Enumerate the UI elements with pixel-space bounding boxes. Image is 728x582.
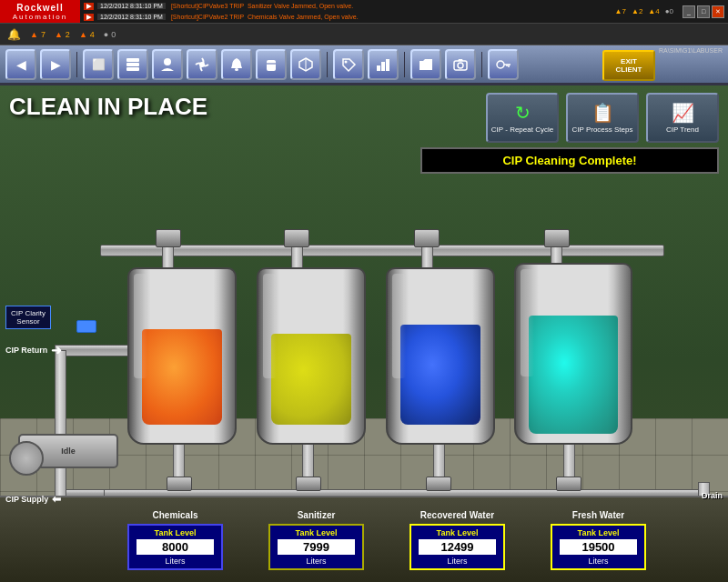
camera-icon: [452, 56, 469, 73]
tank-fresh-water: [514, 263, 632, 445]
folder-icon: [418, 56, 434, 73]
recovered-level-label: Tank Level: [419, 528, 496, 537]
pipe-bottom-tank3: [433, 443, 445, 479]
nav-tag-btn[interactable]: [333, 49, 364, 80]
valve-bottom-tank3: [426, 477, 451, 491]
fresh-level-value: 19500: [560, 539, 637, 555]
drain-label: Drain: [702, 491, 723, 500]
svg-rect-5: [235, 68, 238, 71]
fresh-tank-name: Fresh Water: [572, 510, 624, 520]
tank-sanitizer-liquid: [271, 334, 351, 425]
warning-icon: ▲: [30, 30, 38, 39]
exit-client-btn[interactable]: EXIT CLIENT: [602, 50, 655, 81]
svg-rect-6: [267, 60, 276, 71]
alarm-group-3: ▲4: [79, 30, 95, 39]
alarm-count-3: ▲4: [648, 7, 659, 15]
nav-tools-btn[interactable]: [117, 49, 148, 80]
logo-line1: Rockwell: [16, 3, 63, 13]
nav-toolbar: ◀ ▶ ⬜: [0, 45, 728, 85]
bottom-info-strip: Chemicals Tank Level 8000 Liters Sanitiz…: [0, 496, 728, 582]
separator-2: [327, 52, 328, 77]
tank-sanitizer: [257, 267, 366, 445]
chemicals-level-unit: Liters: [136, 557, 214, 566]
tank-fresh-body: [514, 263, 632, 445]
pipe-bottom-tank2: [302, 443, 314, 479]
nav-chart-btn[interactable]: [368, 49, 399, 80]
nav-camera-btn[interactable]: [445, 49, 476, 80]
tag-icon: [340, 56, 357, 73]
nav-user-btn[interactable]: [152, 49, 183, 80]
trend-icon: 📈: [672, 102, 694, 124]
alarm-group-2: ▲2: [55, 30, 70, 39]
clarity-sensor-device: [76, 320, 96, 333]
minimize-btn[interactable]: _: [682, 5, 695, 18]
tank-fresh-liquid: [529, 316, 618, 434]
chemicals-level-label: Tank Level: [136, 528, 214, 537]
cip-process-steps-btn[interactable]: 📋 CIP Process Steps: [566, 93, 639, 143]
recovered-level-box: Tank Level 12499 Liters: [410, 524, 505, 570]
chart-icon: [375, 56, 391, 73]
alarm-row-1: ▶ 12/2/2012 8:31:10 PM [Shortcut]CIPValv…: [80, 1, 610, 12]
valve-bottom-tank4: [556, 477, 581, 491]
nav-back-btn[interactable]: ◀: [5, 49, 36, 80]
tank-info-fresh: Fresh Water Tank Level 19500 Liters: [532, 510, 664, 570]
nav-home-btn[interactable]: ⬜: [83, 49, 114, 80]
alarm-time-1: 12/2/2012 8:31:10 PM: [97, 3, 166, 9]
tank-chemicals: [127, 267, 237, 445]
separator-1: [76, 52, 77, 77]
tank-recovered-water: [386, 267, 495, 445]
svg-rect-0: [126, 63, 139, 66]
drain-text: Drain: [702, 491, 723, 500]
tank-info-chemicals: Chemicals Tank Level 8000 Liters: [109, 510, 241, 570]
pump-area: Idle: [9, 434, 136, 502]
warning-count: 7: [41, 30, 46, 39]
nav-drum-btn[interactable]: [256, 49, 287, 80]
status-counts: ▲7 ▲2 ▲4 ●0: [610, 0, 679, 23]
nav-folder-btn[interactable]: [410, 49, 441, 80]
header-section: Rockwell Automation ▶ 12/2/2012 8:31:10 …: [0, 0, 728, 85]
nav-fan-btn[interactable]: [187, 49, 217, 80]
alarm-row-2: ▶ 12/2/2012 8:31:10 PM [Shortcut]CIPValv…: [80, 12, 610, 23]
close-btn[interactable]: ✕: [712, 5, 724, 18]
fresh-level-unit: Liters: [560, 557, 637, 566]
svg-rect-12: [381, 62, 385, 71]
alarm-count-2: ▲2: [632, 7, 642, 15]
tank-sanitizer-body: [257, 267, 366, 445]
nav-alarm-btn[interactable]: [221, 49, 252, 80]
drum-icon: [263, 56, 279, 73]
nav-cube-btn[interactable]: [290, 49, 321, 80]
cip-return-label: CIP Return ➜: [5, 343, 62, 357]
valve-top-tank1: [156, 229, 181, 247]
bell-icon: [228, 56, 245, 73]
alarm-count-1: ▲7: [615, 7, 626, 15]
cip-repeat-cycle-btn[interactable]: ↻ CIP - Repeat Cycle: [486, 93, 559, 143]
cip-return-text: CIP Return: [5, 346, 47, 355]
svg-point-10: [345, 60, 348, 63]
cip-trend-btn[interactable]: 📈 CIP Trend: [646, 93, 719, 143]
fan-icon: [194, 56, 210, 73]
nav-key-btn[interactable]: [488, 49, 519, 80]
tank-info-sanitizer: Sanitizer Tank Level 7999 Liters: [250, 510, 382, 570]
alarm-bar: 🔔 ▲ 7 ▲2 ▲4 ●0: [0, 24, 728, 45]
content-section: CLEAN IN PLACE ↻ CIP - Repeat Cycle 📋 CI…: [0, 85, 728, 582]
page-title: CLEAN IN PLACE: [9, 93, 207, 121]
svg-point-15: [458, 63, 463, 68]
nav-forward-btn[interactable]: ▶: [40, 49, 71, 80]
sanitizer-level-value: 7999: [278, 539, 355, 555]
separator-4: [481, 52, 482, 77]
sanitizer-level-label: Tank Level: [278, 528, 355, 537]
cip-actions-panel: ↻ CIP - Repeat Cycle 📋 CIP Process Steps…: [486, 93, 719, 143]
tools-icon: [125, 56, 141, 73]
user-label: RA\SIM\G1\LABUSER: [659, 47, 723, 54]
cip-status-banner: CIP Cleaning Complete!: [420, 147, 719, 174]
key-icon: [495, 56, 511, 73]
supply-arrow: ⬅: [52, 493, 61, 506]
restore-btn[interactable]: □: [697, 5, 710, 18]
chemicals-level-value: 8000: [136, 539, 214, 555]
svg-point-3: [164, 58, 171, 65]
chemicals-level-box: Tank Level 8000 Liters: [127, 524, 223, 570]
tank-info-recovered: Recovered Water Tank Level 12499 Liters: [391, 510, 523, 570]
fresh-level-label: Tank Level: [560, 528, 637, 537]
tank-recovered-body: [386, 267, 495, 445]
alarm-text-1: [Shortcut]CIPValve3 TRIP Sanitizer Valve…: [171, 3, 353, 9]
